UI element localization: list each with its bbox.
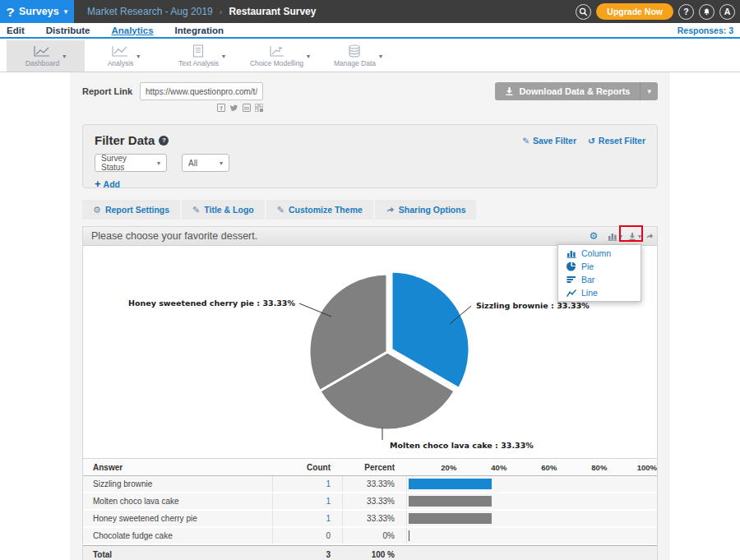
toolbar-item-manage-data[interactable]: Manage Data ▾: [319, 40, 397, 72]
download-options-caret[interactable]: ▾: [640, 82, 658, 100]
facebook-icon[interactable]: f: [217, 104, 225, 112]
chevron-down-icon[interactable]: ▾: [379, 53, 382, 60]
reset-filter-label: Reset Filter: [599, 136, 645, 146]
column-chart-icon: [567, 249, 576, 258]
chart-toolbar: ⚙ ▾ ▾: [588, 230, 655, 242]
questionpro-analytics-page: ? Surveys ▾ Market Research - Aug 2019 ›…: [0, 0, 740, 560]
chevron-down-icon: ▾: [211, 160, 223, 167]
filter-help-icon[interactable]: ?: [159, 136, 169, 146]
choice-modelling-chart-icon: [267, 45, 285, 58]
toolbar-item-analysis[interactable]: Analysis ▾: [85, 40, 163, 72]
chart-share-button[interactable]: [645, 232, 654, 240]
pie-label-honey-sweetened-cherry-pie: Honey sweetened cherry pie : 33.33%: [128, 299, 295, 308]
edit-icon: ✎: [192, 205, 200, 215]
breadcrumb-parent[interactable]: Market Research - Aug 2019: [87, 6, 213, 17]
total-percent: 100 %: [342, 546, 406, 560]
answer-label: Chocolate fudge cake: [83, 531, 272, 540]
report-config-tabs: ⚙ Report Settings ✎ Title & Logo ✎ Custo…: [82, 200, 658, 220]
filter-field-select[interactable]: Survey Status ▾: [95, 154, 167, 172]
menu-option-label: Line: [581, 288, 598, 298]
tab-label: Sharing Options: [399, 205, 466, 215]
chevron-down-icon[interactable]: ▾: [222, 53, 225, 60]
report-link-input[interactable]: [140, 82, 263, 100]
search-button[interactable]: [576, 4, 591, 20]
chart-download-button[interactable]: ▾: [628, 232, 643, 241]
plus-icon: +: [95, 178, 101, 190]
scale-tick: 20%: [441, 463, 456, 472]
chevron-down-icon[interactable]: ▾: [62, 53, 66, 60]
tab-report-settings[interactable]: ⚙ Report Settings: [82, 200, 180, 220]
question-header: Please choose your favorite dessert. ⚙ ▾…: [83, 227, 657, 246]
save-filter-label: Save Filter: [533, 136, 576, 146]
chart-type-option-bar[interactable]: Bar: [558, 273, 641, 286]
menu-option-label: Bar: [581, 275, 594, 285]
edit-icon: ✎: [277, 205, 284, 215]
percent-value: 33.33%: [342, 511, 406, 526]
chevron-down-icon[interactable]: ▾: [307, 53, 310, 60]
count-link[interactable]: 1: [326, 479, 331, 488]
toolbar-item-label: Manage Data: [334, 59, 376, 67]
filter-value-value: All: [188, 159, 197, 168]
chart-type-button[interactable]: ▾: [604, 232, 626, 241]
reset-filter-button[interactable]: ↺ Reset Filter: [588, 136, 645, 146]
tab-title-logo[interactable]: ✎ Title & Logo: [182, 200, 265, 220]
surveys-product-menu[interactable]: ? Surveys ▾: [0, 0, 74, 23]
search-icon: [579, 7, 588, 16]
report-content-panel: Report Link Download Data & Reports ▾ f …: [70, 72, 670, 560]
tab-sharing-options[interactable]: Sharing Options: [375, 200, 477, 220]
download-data-reports-button[interactable]: Download Data & Reports: [495, 82, 640, 100]
share-arrow-icon: [386, 206, 395, 214]
filter-field-value: Survey Status: [101, 154, 149, 172]
twitter-icon[interactable]: [229, 104, 238, 112]
menu-item-integration[interactable]: Integration: [175, 25, 224, 35]
upgrade-now-button[interactable]: Upgrade Now: [596, 3, 673, 20]
table-row: Sizzling brownie 1 33.33%: [83, 476, 657, 493]
menu-item-edit[interactable]: Edit: [7, 25, 25, 35]
avatar[interactable]: A: [719, 4, 735, 20]
analysis-chart-icon: [111, 45, 129, 58]
table-row: Molten choco lava cake 1 33.33%: [83, 493, 657, 511]
total-label: Total: [83, 550, 272, 559]
chevron-down-icon: ▾: [619, 233, 622, 240]
toolbar-item-label: Choice Modelling: [250, 59, 303, 67]
notifications-button[interactable]: [699, 4, 715, 20]
chart-type-option-line[interactable]: Line: [558, 286, 641, 299]
help-button[interactable]: ?: [678, 4, 694, 20]
menu-item-distribute[interactable]: Distribute: [46, 25, 90, 35]
filter-value-select[interactable]: All ▾: [182, 154, 229, 172]
menu-option-label: Column: [581, 248, 611, 258]
chart-type-option-pie[interactable]: Pie: [558, 260, 641, 273]
chart-type-option-column[interactable]: Column: [558, 247, 641, 260]
pie-chart-icon: [567, 261, 576, 271]
answer-label: Molten choco lava cake: [83, 497, 272, 506]
chevron-down-icon: ▾: [149, 160, 160, 167]
table-total-row: Total 3 100 %: [83, 545, 657, 560]
toolbar-item-text-analysis[interactable]: Text Analysis ▾: [163, 40, 241, 72]
toolbar-item-label: Analysis: [108, 59, 134, 67]
scale-tick: 40%: [491, 463, 506, 472]
embed-code-icon[interactable]: [255, 104, 263, 112]
chevron-down-icon[interactable]: ▾: [136, 53, 140, 60]
percent-value: 33.33%: [342, 493, 406, 509]
tab-customize-theme[interactable]: ✎ Customize Theme: [266, 200, 373, 220]
count-link[interactable]: 1: [326, 497, 331, 506]
save-filter-button[interactable]: ✎ Save Filter: [522, 136, 576, 146]
tab-label: Report Settings: [105, 205, 169, 215]
toolbar-item-choice-modelling[interactable]: Choice Modelling ▾: [241, 40, 319, 72]
reset-icon: ↺: [588, 136, 595, 146]
bar-chart-icon: [608, 232, 617, 241]
table-row: Chocolate fudge cake 0 0%: [83, 528, 657, 545]
count-link[interactable]: 1: [326, 514, 331, 523]
percent-bar: [409, 479, 492, 489]
chart-settings-button[interactable]: ⚙: [588, 230, 599, 242]
percent-value: 33.33%: [342, 476, 406, 492]
linkedin-icon[interactable]: in: [243, 104, 251, 112]
menu-item-analytics[interactable]: Analytics: [111, 25, 153, 35]
total-count: 3: [272, 546, 342, 560]
toolbar-item-dashboard[interactable]: Dashboard ▾: [7, 40, 85, 72]
chevron-down-icon: ▾: [638, 233, 641, 240]
add-filter-button[interactable]: + Add: [95, 178, 645, 190]
table-row: Honey sweetened cherry pie 1 33.33%: [83, 511, 657, 528]
dashboard-chart-icon: [33, 45, 51, 58]
responses-count[interactable]: Responses: 3: [678, 25, 733, 35]
